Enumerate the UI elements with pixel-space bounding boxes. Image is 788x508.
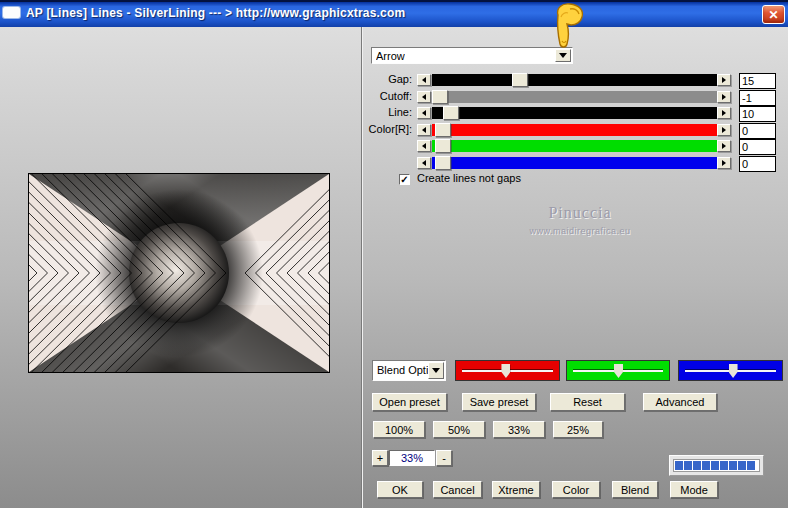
green-value-field[interactable]: 0: [739, 139, 776, 155]
blend-options-value: Blend Options: [377, 364, 428, 376]
arrow-right-icon: [722, 160, 726, 166]
blue-decrement-button[interactable]: [417, 157, 431, 169]
slider-label-color-b: [346, 156, 412, 169]
blue-value-field[interactable]: 0: [739, 156, 776, 172]
advanced-button[interactable]: Advanced: [643, 393, 717, 411]
color-button[interactable]: Color: [552, 481, 600, 498]
arrow-left-icon: [422, 94, 426, 100]
line-slider-track[interactable]: [432, 107, 717, 119]
blend-options-dropdown[interactable]: Blend Options: [372, 360, 446, 381]
arrow-left-icon: [422, 160, 426, 166]
red-mixer-thumb[interactable]: [501, 364, 510, 378]
arrow-right-icon: [722, 110, 726, 116]
filter-preview: [28, 173, 330, 373]
slider-label-gap: Gap:: [346, 73, 412, 86]
line-slider-thumb[interactable]: [443, 106, 459, 120]
gap-slider-track[interactable]: [432, 74, 717, 86]
red-increment-button[interactable]: [717, 124, 731, 136]
blend-options-button[interactable]: [428, 362, 444, 379]
open-preset-button[interactable]: Open preset: [372, 393, 447, 411]
zoom-25-button[interactable]: 25%: [553, 421, 603, 438]
cutoff-decrement-button[interactable]: [417, 91, 431, 103]
line-decrement-button[interactable]: [417, 107, 431, 119]
red-value-field[interactable]: 0: [739, 123, 776, 139]
red-decrement-button[interactable]: [417, 124, 431, 136]
arrow-right-icon: [722, 77, 726, 83]
red-slider-thumb[interactable]: [435, 123, 451, 137]
green-slider-track[interactable]: [432, 140, 717, 152]
blue-slider-thumb[interactable]: [435, 156, 451, 170]
create-lines-checkbox[interactable]: ✓: [399, 174, 410, 185]
gap-value-field[interactable]: 15: [739, 73, 776, 89]
arrow-left-icon: [422, 77, 426, 83]
slider-label-color-r: Color[R]:: [346, 123, 412, 136]
zoom-out-button[interactable]: -: [436, 450, 452, 466]
checkmark-icon: ✓: [400, 174, 408, 185]
mode-button[interactable]: Mode: [670, 481, 718, 498]
zoom-33-button[interactable]: 33%: [493, 421, 545, 438]
reset-button[interactable]: Reset: [550, 393, 625, 411]
slider-label-cutoff: Cutoff:: [346, 90, 412, 103]
arrow-left-icon: [422, 127, 426, 133]
arrow-right-icon: [722, 127, 726, 133]
arrow-left-icon: [422, 110, 426, 116]
ok-button[interactable]: OK: [377, 481, 423, 498]
window-title: AP [Lines] Lines - SilverLining --- > ht…: [26, 6, 405, 20]
line-increment-button[interactable]: [717, 107, 731, 119]
pointing-hand-icon: [548, 1, 588, 51]
green-slider-thumb[interactable]: [435, 139, 451, 153]
chevron-down-icon: [432, 368, 440, 373]
watermark-name: Pinuccia: [480, 204, 680, 222]
arrow-right-icon: [722, 143, 726, 149]
zoom-50-button[interactable]: 50%: [433, 421, 485, 438]
title-bar[interactable]: AP [Lines] Lines - SilverLining --- > ht…: [0, 0, 788, 27]
cutoff-increment-button[interactable]: [717, 91, 731, 103]
zoom-100-button[interactable]: 100%: [373, 421, 425, 438]
green-mixer-thumb[interactable]: [614, 364, 623, 378]
cutoff-slider-track[interactable]: [432, 91, 717, 103]
progress-bar-fill-container: [673, 459, 760, 472]
line-value-field[interactable]: 10: [739, 106, 776, 122]
xtreme-button[interactable]: Xtreme: [492, 481, 540, 498]
close-button[interactable]: ✕: [762, 5, 785, 24]
plugin-dialog: AP [Lines] Lines - SilverLining --- > ht…: [0, 0, 788, 508]
cancel-button[interactable]: Cancel: [433, 481, 482, 498]
gap-decrement-button[interactable]: [417, 74, 431, 86]
slider-label-color-g: [346, 139, 412, 152]
preset-dropdown-value: Arrow: [376, 50, 405, 62]
close-icon: ✕: [768, 9, 778, 21]
blue-slider-track[interactable]: [432, 157, 717, 169]
red-mixer-slider[interactable]: [455, 360, 560, 381]
preset-dropdown[interactable]: Arrow: [371, 47, 573, 64]
slider-label-line: Line:: [346, 106, 412, 119]
create-lines-label: Create lines not gaps: [417, 172, 521, 184]
save-preset-button[interactable]: Save preset: [462, 393, 536, 411]
zoom-in-button[interactable]: +: [372, 450, 388, 466]
app-icon: [3, 7, 20, 18]
blue-mixer-slider[interactable]: [678, 360, 783, 381]
blue-mixer-thumb[interactable]: [729, 364, 738, 378]
green-mixer-slider[interactable]: [566, 360, 670, 381]
gap-increment-button[interactable]: [717, 74, 731, 86]
arrow-right-icon: [722, 94, 726, 100]
zoom-level-field[interactable]: 33%: [389, 450, 435, 466]
blend-button[interactable]: Blend: [612, 481, 658, 498]
progress-bar: [669, 455, 764, 476]
blue-increment-button[interactable]: [717, 157, 731, 169]
green-increment-button[interactable]: [717, 140, 731, 152]
gap-slider-thumb[interactable]: [512, 73, 528, 87]
cutoff-value-field[interactable]: -1: [739, 90, 776, 106]
green-decrement-button[interactable]: [417, 140, 431, 152]
arrow-left-icon: [422, 143, 426, 149]
cutoff-slider-thumb[interactable]: [432, 90, 448, 104]
chevron-down-icon: [559, 53, 567, 58]
watermark-url: www.maidiregrafica.eu: [480, 226, 680, 236]
red-slider-track[interactable]: [432, 124, 717, 136]
